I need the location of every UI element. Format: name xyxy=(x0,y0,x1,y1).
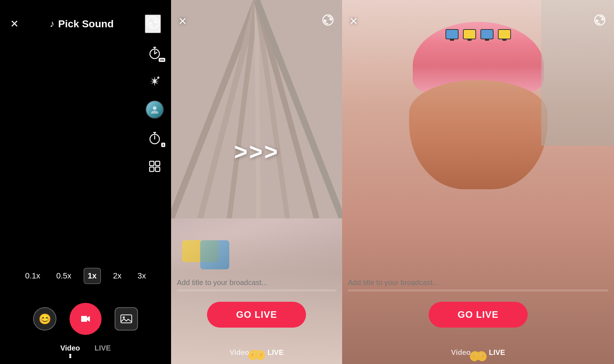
on-badge: ON xyxy=(159,58,165,62)
right-go-live-button[interactable]: GO LIVE xyxy=(428,302,527,328)
svg-marker-31 xyxy=(596,19,599,22)
center-tab-live-container[interactable]: LIVE xyxy=(268,348,284,357)
svg-point-28 xyxy=(259,353,260,354)
pick-sound-label: Pick Sound xyxy=(58,18,114,30)
ceiling-svg xyxy=(171,0,342,218)
center-panel: ✕ >>> GO LIVE Video LIVE xyxy=(171,0,342,364)
right-overlay-controls: ✕ xyxy=(342,0,614,29)
music-icon: ♪ xyxy=(50,18,55,29)
hat-area xyxy=(405,22,551,124)
svg-marker-30 xyxy=(601,18,603,21)
center-broadcast-input[interactable] xyxy=(177,276,336,290)
speed-1x[interactable]: 1x xyxy=(84,268,100,284)
right-close-button[interactable]: ✕ xyxy=(349,13,358,29)
center-go-live-button[interactable]: GO LIVE xyxy=(207,302,306,328)
top-bar: ✕ ♪ Pick Sound xyxy=(0,0,171,40)
gallery-button[interactable] xyxy=(115,307,138,331)
speed-0.1x[interactable]: 0.1x xyxy=(21,268,44,284)
refresh-button[interactable] xyxy=(145,15,161,33)
right-tab-video[interactable]: Video xyxy=(451,348,471,357)
svg-rect-8 xyxy=(155,161,160,166)
center-camera-feed: ✕ >>> GO LIVE Video LIVE xyxy=(171,0,342,364)
emoji-icon: 😊 xyxy=(39,313,51,325)
center-tab-live[interactable]: LIVE xyxy=(268,348,284,356)
center-tab-video[interactable]: Video xyxy=(230,348,249,357)
svg-rect-21 xyxy=(171,0,342,218)
right-camera-feed: ✕ GO LIVE Video LIVE xyxy=(342,0,614,364)
svg-rect-10 xyxy=(155,167,160,171)
effects-button[interactable] xyxy=(146,72,164,90)
pick-sound-title: ♪ Pick Sound xyxy=(50,18,114,30)
right-tab-live[interactable]: LIVE xyxy=(489,348,505,357)
timer-on-button[interactable]: ON xyxy=(146,44,164,62)
right-bottom-bird-icon xyxy=(469,349,487,364)
toy-item-2 xyxy=(200,240,229,269)
countdown-button[interactable]: 3 xyxy=(146,129,164,147)
svg-point-34 xyxy=(475,354,476,355)
video-tab-indicator xyxy=(60,356,80,358)
svg-marker-2 xyxy=(149,22,152,25)
svg-rect-9 xyxy=(150,167,154,171)
record-button[interactable] xyxy=(70,303,102,335)
grid-button[interactable] xyxy=(146,157,164,175)
bottom-bird-icon xyxy=(247,348,266,364)
svg-rect-7 xyxy=(150,161,154,166)
speed-0.5x[interactable]: 0.5x xyxy=(53,268,75,284)
svg-point-35 xyxy=(481,354,482,355)
speed-3x[interactable]: 3x xyxy=(134,268,150,284)
right-broadcast-input[interactable] xyxy=(348,276,608,290)
center-overlay-controls: ✕ xyxy=(171,0,342,29)
forward-arrows: >>> xyxy=(234,138,279,165)
svg-marker-23 xyxy=(329,18,332,21)
right-icons-panel: ON xyxy=(146,44,164,175)
right-panel: ✕ GO LIVE Video LIVE xyxy=(342,0,614,364)
svg-point-5 xyxy=(153,106,157,110)
right-input-underline xyxy=(348,291,608,291)
right-refresh-button[interactable] xyxy=(593,13,607,29)
svg-point-12 xyxy=(123,316,125,318)
speed-controls: 0.1x 0.5x 1x 2x 3x xyxy=(0,268,171,284)
close-button[interactable]: ✕ xyxy=(10,18,19,30)
right-broadcast-title xyxy=(342,276,614,291)
center-close-button[interactable]: ✕ xyxy=(178,13,187,29)
center-refresh-button[interactable] xyxy=(321,13,335,29)
mode-tabs: Video LIVE xyxy=(0,344,171,358)
svg-rect-11 xyxy=(121,315,132,323)
countdown-badge: 3 xyxy=(161,143,165,147)
emoji-button[interactable]: 😊 xyxy=(33,307,56,331)
center-broadcast-title xyxy=(171,276,342,291)
bottom-controls: 😊 xyxy=(0,303,171,335)
svg-marker-24 xyxy=(324,19,327,22)
tab-video[interactable]: Video xyxy=(60,344,80,358)
avatar-button[interactable] xyxy=(146,100,164,119)
face-area xyxy=(409,80,547,189)
left-panel: ✕ ♪ Pick Sound xyxy=(0,0,171,364)
svg-point-27 xyxy=(253,353,254,354)
tab-live[interactable]: LIVE xyxy=(95,344,111,358)
input-underline xyxy=(177,291,336,291)
speed-2x[interactable]: 2x xyxy=(110,268,125,284)
svg-marker-1 xyxy=(154,20,157,23)
